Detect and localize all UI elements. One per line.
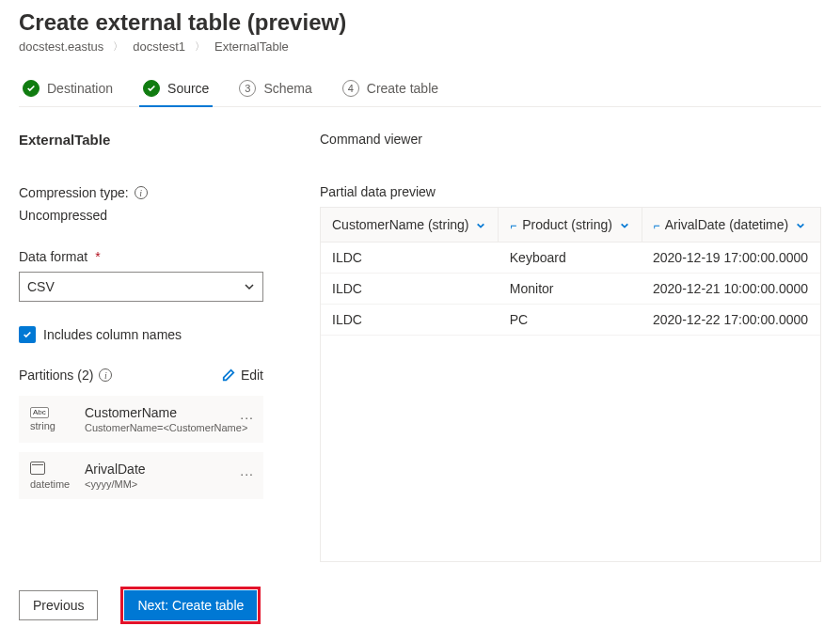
chevron-right-icon: 〉 <box>195 39 205 54</box>
preview-title: Partial data preview <box>320 184 821 199</box>
column-header[interactable]: ⌐ Product (string) <box>499 208 642 243</box>
partition-name: CustomerName <box>85 405 247 420</box>
string-type-icon: Abc <box>30 407 49 418</box>
checkbox-label: Includes column names <box>43 327 182 342</box>
column-header[interactable]: ⌐ ArivalDate (datetime) <box>642 208 820 243</box>
table-row: ILDC Keyboard 2020-12-19 17:00:00.0000 <box>321 243 820 274</box>
chevron-down-icon[interactable] <box>620 221 629 230</box>
command-viewer-label: Command viewer <box>320 132 821 147</box>
step-schema[interactable]: 3 Schema <box>235 72 315 106</box>
previous-button[interactable]: Previous <box>19 590 98 620</box>
table-cell: 2020-12-19 17:00:00.0000 <box>642 243 820 274</box>
calendar-type-icon <box>30 462 45 475</box>
partition-type: datetime <box>30 478 70 490</box>
info-icon[interactable]: i <box>99 368 112 382</box>
partition-type: string <box>30 420 55 431</box>
preview-table: CustomerName (string) ⌐ Product (string) <box>320 207 821 562</box>
wizard-stepper: Destination Source 3 Schema 4 Create tab… <box>19 72 821 107</box>
step-source[interactable]: Source <box>139 72 213 106</box>
step-create-table[interactable]: 4 Create table <box>339 72 442 106</box>
step-number-icon: 4 <box>342 80 359 97</box>
check-circle-icon <box>143 80 160 97</box>
breadcrumb-item[interactable]: docstest1 <box>133 39 185 54</box>
partition-detail: <yyyy/MM> <box>85 478 146 490</box>
partition-card[interactable]: datetime ArivalDate <yyyy/MM> ... <box>19 452 263 499</box>
chevron-down-icon <box>244 281 255 292</box>
required-asterisk: * <box>95 249 100 264</box>
table-name: ExternalTable <box>19 132 292 148</box>
table-cell: PC <box>499 305 642 336</box>
partition-name: ArivalDate <box>85 462 146 477</box>
step-label: Destination <box>47 81 113 96</box>
table-row: ILDC PC 2020-12-22 17:00:00.0000 <box>321 305 820 336</box>
compression-value: Uncompressed <box>19 208 292 223</box>
table-cell: ILDC <box>321 274 499 305</box>
checkbox-checked-icon <box>19 326 36 343</box>
step-label: Source <box>167 81 209 96</box>
check-circle-icon <box>23 80 40 97</box>
compression-label: Compression type: i <box>19 185 292 200</box>
step-destination[interactable]: Destination <box>19 72 117 106</box>
breadcrumb: docstest.eastus 〉 docstest1 〉 ExternalTa… <box>19 39 821 72</box>
key-icon: ⌐ <box>654 219 660 232</box>
wizard-footer: Previous Next: Create table <box>19 562 821 624</box>
chevron-down-icon[interactable] <box>796 221 805 230</box>
more-icon[interactable]: ... <box>240 407 254 422</box>
chevron-down-icon[interactable] <box>476 221 485 230</box>
step-label: Create table <box>367 81 438 96</box>
preview-panel: Command viewer Partial data preview Cust… <box>320 132 821 562</box>
edit-partitions-button[interactable]: Edit <box>222 368 263 383</box>
info-icon[interactable]: i <box>135 186 148 199</box>
dataformat-value: CSV <box>27 279 55 294</box>
pencil-icon <box>222 368 235 382</box>
step-label: Schema <box>263 81 311 96</box>
preview-table-body: ILDC Keyboard 2020-12-19 17:00:00.0000 I… <box>321 243 820 336</box>
column-header[interactable]: CustomerName (string) <box>321 208 499 243</box>
next-create-table-button[interactable]: Next: Create table <box>124 590 257 620</box>
table-empty-space <box>321 336 820 561</box>
table-row: ILDC Monitor 2020-12-21 10:00:00.0000 <box>321 274 820 305</box>
table-cell: Keyboard <box>499 243 642 274</box>
key-icon: ⌐ <box>510 219 516 232</box>
partition-detail: CustomerName=<CustomerName> <box>85 422 247 433</box>
partitions-label: Partitions (2) i <box>19 368 112 383</box>
chevron-right-icon: 〉 <box>113 39 123 54</box>
table-cell: ILDC <box>321 243 499 274</box>
dataformat-select[interactable]: CSV <box>19 272 263 302</box>
breadcrumb-current: ExternalTable <box>214 39 289 54</box>
partition-card[interactable]: Abc string CustomerName CustomerName=<Cu… <box>19 396 263 443</box>
highlight-frame: Next: Create table <box>120 587 261 624</box>
breadcrumb-item[interactable]: docstest.eastus <box>19 39 103 54</box>
table-cell: 2020-12-22 17:00:00.0000 <box>642 305 820 336</box>
form-panel: ExternalTable Compression type: i Uncomp… <box>19 132 292 562</box>
page-title: Create external table (preview) <box>19 0 821 39</box>
more-icon[interactable]: ... <box>240 463 254 478</box>
dataformat-label: Data format * <box>19 249 292 264</box>
table-cell: 2020-12-21 10:00:00.0000 <box>642 274 820 305</box>
step-number-icon: 3 <box>239 80 256 97</box>
table-cell: Monitor <box>499 274 642 305</box>
table-cell: ILDC <box>321 305 499 336</box>
include-column-names-checkbox[interactable]: Includes column names <box>19 326 292 343</box>
